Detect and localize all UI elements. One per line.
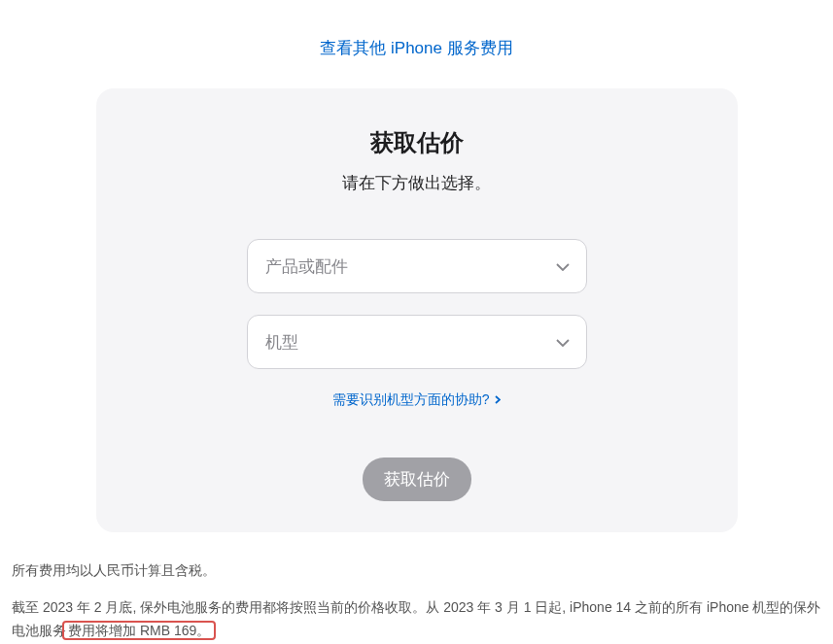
chevron-right-icon: [495, 391, 501, 407]
price-increase-highlight: 费用将增加 RMB 169。: [62, 621, 216, 640]
other-service-link-container: 查看其他 iPhone 服务费用: [0, 0, 833, 88]
card-title: 获取估价: [155, 127, 679, 158]
card-subtitle: 请在下方做出选择。: [155, 172, 679, 194]
product-select-container: 产品或配件: [247, 239, 587, 293]
help-link-container: 需要识别机型方面的协助?: [155, 390, 679, 409]
product-select[interactable]: 产品或配件: [247, 239, 587, 293]
model-select[interactable]: 机型: [247, 315, 587, 369]
footer-paragraph-1: 所有费用均以人民币计算且含税。: [12, 559, 821, 583]
footer-text: 所有费用均以人民币计算且含税。 截至 2023 年 2 月底, 保外电池服务的费…: [12, 559, 821, 642]
other-service-fees-link[interactable]: 查看其他 iPhone 服务费用: [320, 39, 512, 57]
estimate-card: 获取估价 请在下方做出选择。 产品或配件 机型 需要识别机型方面的协助? 获取估…: [96, 88, 738, 532]
model-select-container: 机型: [247, 315, 587, 369]
identify-model-help-link[interactable]: 需要识别机型方面的协助?: [332, 391, 502, 407]
get-estimate-button[interactable]: 获取估价: [363, 458, 471, 501]
help-link-text: 需要识别机型方面的协助?: [332, 391, 490, 407]
footer-paragraph-2: 截至 2023 年 2 月底, 保外电池服务的费用都将按照当前的价格收取。从 2…: [12, 596, 821, 643]
